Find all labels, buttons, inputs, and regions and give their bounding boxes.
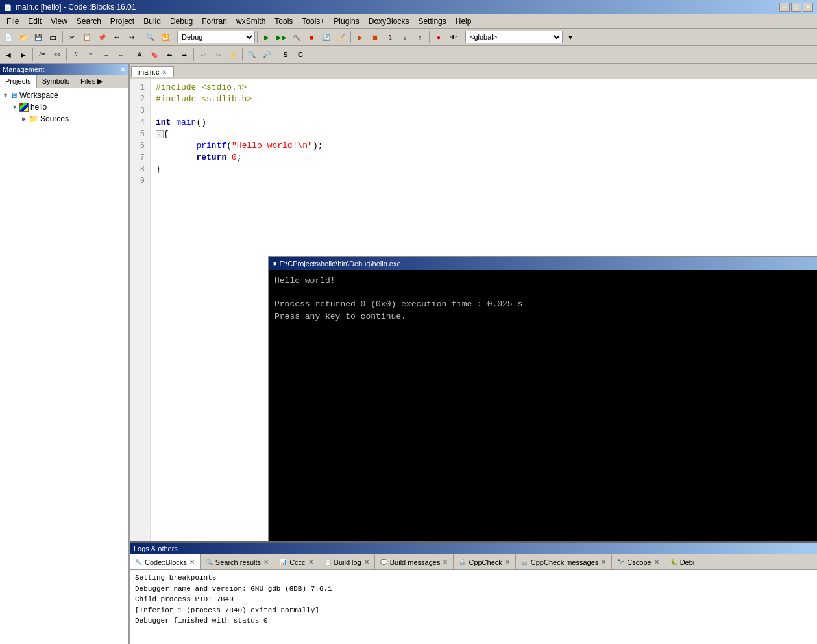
zoom-in-btn[interactable]: 🔍 xyxy=(245,47,259,62)
log-line-4: [Inferior 1 (process 7840) exited normal… xyxy=(135,605,812,616)
tab-buildlog-close[interactable]: ✕ xyxy=(364,558,369,565)
tab-buildmsg-label: Build messages xyxy=(390,558,441,566)
save-btn[interactable]: 💾 xyxy=(31,30,45,44)
tab-cppcheckmsg-close[interactable]: ✕ xyxy=(601,558,606,565)
build-config-dropdown[interactable]: Debug Release xyxy=(177,31,255,43)
jump-btn[interactable]: ⚡ xyxy=(226,47,240,62)
uncomment-btn[interactable]: << xyxy=(50,47,64,62)
debug-stop-btn[interactable]: ⏹ xyxy=(368,30,382,44)
sources-folder[interactable]: ▶ 📁 Sources xyxy=(1,113,127,125)
line-comment-btn[interactable]: // xyxy=(69,47,83,62)
tab-cscope[interactable]: 🔭 Cscope ✕ xyxy=(612,554,665,569)
new-btn[interactable]: 📄 xyxy=(1,30,16,44)
editor-tab-mainc[interactable]: main.c ✕ xyxy=(131,66,174,77)
menu-wxsmith[interactable]: wxSmith xyxy=(232,16,269,27)
menu-doxyblocks[interactable]: DoxyBlocks xyxy=(365,16,413,27)
project-name: hello xyxy=(30,103,47,112)
minimize-button[interactable]: − xyxy=(779,3,790,12)
forward-btn[interactable]: ▶ xyxy=(16,47,30,62)
clean-btn[interactable]: 🧹 xyxy=(334,30,348,44)
tab-buildlog-icon: 📋 xyxy=(324,559,332,565)
link-btn[interactable]: C xyxy=(293,47,308,62)
menu-edit[interactable]: Edit xyxy=(24,16,45,27)
sep1 xyxy=(62,31,63,43)
tab-buildmsg-close[interactable]: ✕ xyxy=(443,558,448,565)
compile-btn[interactable]: S xyxy=(278,47,293,62)
watch-btn[interactable]: 👁 xyxy=(446,30,461,44)
menu-help[interactable]: Help xyxy=(452,16,476,27)
copy-btn[interactable]: 📋 xyxy=(80,30,94,44)
save-all-btn[interactable]: 🗃 xyxy=(46,30,60,44)
redo-btn[interactable]: ↪ xyxy=(125,30,139,44)
tab-build-log[interactable]: 📋 Build log ✕ xyxy=(319,554,375,569)
bookmark-btn[interactable]: 🔖 xyxy=(147,47,162,62)
back-btn[interactable]: ◀ xyxy=(1,47,16,62)
bottom-content: Setting breakpoints Debugger name and ve… xyxy=(130,570,817,644)
title-bar-buttons[interactable]: − □ ✕ xyxy=(779,3,813,12)
open-btn[interactable]: 📂 xyxy=(16,30,30,44)
menu-debug[interactable]: Debug xyxy=(166,16,197,27)
tab-search-close[interactable]: ✕ xyxy=(263,558,269,565)
menu-project[interactable]: Project xyxy=(106,16,138,27)
nav-back-btn[interactable]: ↩ xyxy=(196,47,210,62)
menu-plugins[interactable]: Plugins xyxy=(330,16,363,27)
tab-build-messages[interactable]: 💬 Build messages ✕ xyxy=(375,554,454,569)
undo-btn[interactable]: ↩ xyxy=(110,30,124,44)
format-btn[interactable]: ≡ xyxy=(84,47,98,62)
build-btn[interactable]: 🔨 xyxy=(289,30,304,44)
stop-btn[interactable]: ■ xyxy=(304,30,319,44)
tab-codeblocks-close[interactable]: ✕ xyxy=(189,558,195,565)
menu-settings[interactable]: Settings xyxy=(414,16,450,27)
replace-btn[interactable]: 🔁 xyxy=(158,30,173,44)
tab-files[interactable]: Files ▶ xyxy=(75,75,108,88)
nav-fwd-btn[interactable]: ↪ xyxy=(211,47,225,62)
unindent-btn[interactable]: ← xyxy=(114,47,128,62)
tab-codeblocks[interactable]: 🔧 Code::Blocks ✕ xyxy=(130,554,201,569)
menu-tools-plus[interactable]: Tools+ xyxy=(298,16,328,27)
tab-cscope-close[interactable]: ✕ xyxy=(654,558,659,565)
tab-search-results[interactable]: 🔍 Search results ✕ xyxy=(201,554,274,569)
tab-cccc-close[interactable]: ✕ xyxy=(308,558,313,565)
tab-symbols[interactable]: Symbols xyxy=(37,75,75,88)
tab-cppcheck-close[interactable]: ✕ xyxy=(505,558,510,565)
step-out-btn[interactable]: ↑ xyxy=(413,30,427,44)
menu-build[interactable]: Build xyxy=(140,16,165,27)
console-content: Hello world! Process returned 0 (0x0) ex… xyxy=(269,270,817,541)
bottom-panel: Logs & others 🔧 Code::Blocks ✕ 🔍 Search … xyxy=(130,541,817,644)
prev-bookmark-btn[interactable]: ⬅ xyxy=(162,47,177,62)
menu-view[interactable]: View xyxy=(47,16,71,27)
menu-search[interactable]: Search xyxy=(73,16,105,27)
tab-projects[interactable]: Projects xyxy=(0,75,37,88)
dropdown-arrow-btn[interactable]: ▼ xyxy=(563,30,578,44)
menu-tools[interactable]: Tools xyxy=(271,16,297,27)
cut-btn[interactable]: ✂ xyxy=(65,30,79,44)
menu-file[interactable]: File xyxy=(3,16,23,27)
next-bookmark-btn[interactable]: ➡ xyxy=(177,47,191,62)
tab-cccc[interactable]: 📊 Cccc ✕ xyxy=(274,554,319,569)
indent-btn[interactable]: → xyxy=(99,47,113,62)
editor-tab-close[interactable]: ✕ xyxy=(162,69,167,76)
tab-debi[interactable]: 🐛 Debi xyxy=(665,554,701,569)
tab-cppcheck-msg[interactable]: 🔬 CppCheck messages ✕ xyxy=(516,554,613,569)
management-close-icon[interactable]: ✕ xyxy=(120,66,126,74)
close-button[interactable]: ✕ xyxy=(803,3,813,12)
find-btn[interactable]: 🔍 xyxy=(143,30,158,44)
debug-btn[interactable]: ▶ xyxy=(353,30,367,44)
comment-btn[interactable]: /** xyxy=(35,47,49,62)
project-hello[interactable]: ▼ hello xyxy=(1,101,127,113)
rebuild-btn[interactable]: 🔄 xyxy=(319,30,334,44)
step-into-btn[interactable]: ↓ xyxy=(398,30,412,44)
highlight-btn[interactable]: A xyxy=(132,47,147,62)
zoom-out-btn[interactable]: 🔎 xyxy=(260,47,274,62)
workspace-item[interactable]: ▼ 🖥 Workspace xyxy=(1,90,127,101)
build-run-btn[interactable]: ▶ xyxy=(260,30,274,44)
tab-cppcheck[interactable]: 🔬 CppCheck ✕ xyxy=(454,554,515,569)
paste-btn[interactable]: 📌 xyxy=(95,30,109,44)
global-scope-dropdown[interactable]: <global> xyxy=(465,31,563,43)
run-btn[interactable]: ▶▶ xyxy=(274,30,289,44)
menu-fortran[interactable]: Fortran xyxy=(198,16,231,27)
maximize-button[interactable]: □ xyxy=(791,3,801,12)
tab-cccc-icon: 📊 xyxy=(280,559,287,565)
breakpoint-btn[interactable]: ● xyxy=(432,30,446,44)
step-over-btn[interactable]: ⤵ xyxy=(383,30,397,44)
